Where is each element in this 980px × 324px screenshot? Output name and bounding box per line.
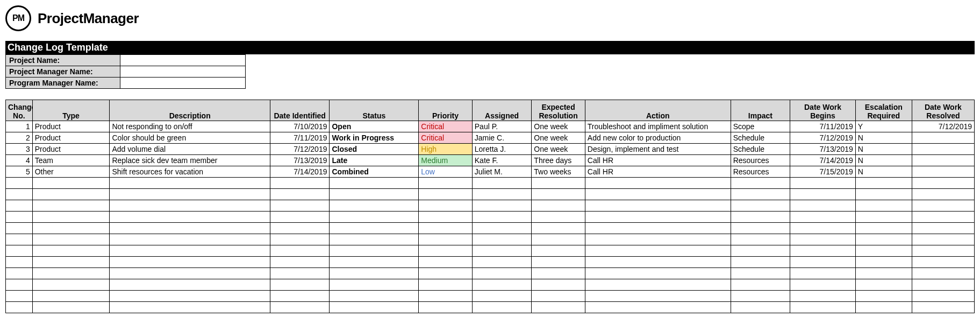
cell-empty[interactable]	[790, 279, 856, 291]
cell-empty[interactable]	[912, 212, 974, 223]
cell-date_work_resolved[interactable]	[912, 166, 974, 178]
cell-empty[interactable]	[731, 279, 790, 291]
cell-empty[interactable]	[6, 178, 33, 189]
cell-empty[interactable]	[912, 257, 974, 268]
cell-action[interactable]: Call HR	[585, 166, 731, 178]
cell-empty[interactable]	[32, 257, 110, 268]
cell-assigned[interactable]: Kate F.	[472, 155, 532, 166]
cell-empty[interactable]	[110, 178, 270, 189]
cell-empty[interactable]	[912, 268, 974, 279]
cell-type[interactable]: Product	[32, 132, 110, 144]
cell-status[interactable]: Open	[330, 121, 419, 132]
cell-impact[interactable]: Resources	[731, 155, 790, 166]
cell-empty[interactable]	[912, 279, 974, 291]
cell-empty[interactable]	[731, 268, 790, 279]
cell-empty[interactable]	[110, 257, 270, 268]
cell-empty[interactable]	[912, 291, 974, 302]
cell-empty[interactable]	[855, 200, 912, 212]
cell-empty[interactable]	[32, 245, 110, 257]
cell-status[interactable]: Combined	[330, 166, 419, 178]
cell-empty[interactable]	[330, 291, 419, 302]
cell-description[interactable]: Not responding to on/off	[110, 121, 270, 132]
cell-date_work_resolved[interactable]	[912, 144, 974, 155]
cell-empty[interactable]	[270, 279, 330, 291]
cell-empty[interactable]	[270, 245, 330, 257]
cell-status[interactable]: Work in Progress	[330, 132, 419, 144]
cell-description[interactable]: Color should be green	[110, 132, 270, 144]
cell-empty[interactable]	[32, 302, 110, 313]
cell-empty[interactable]	[270, 223, 330, 234]
cell-empty[interactable]	[472, 223, 532, 234]
cell-assigned[interactable]: Juliet M.	[472, 166, 532, 178]
cell-empty[interactable]	[855, 257, 912, 268]
cell-empty[interactable]	[731, 189, 790, 200]
cell-empty[interactable]	[32, 200, 110, 212]
cell-empty[interactable]	[419, 245, 472, 257]
cell-assigned[interactable]: Paul P.	[472, 121, 532, 132]
cell-empty[interactable]	[532, 212, 585, 223]
table-row-empty[interactable]	[6, 189, 975, 200]
table-row[interactable]: 1ProductNot responding to on/off7/10/201…	[6, 121, 975, 132]
cell-empty[interactable]	[32, 279, 110, 291]
cell-expected_resolution[interactable]: One week	[532, 132, 585, 144]
cell-empty[interactable]	[110, 291, 270, 302]
table-row-empty[interactable]	[6, 223, 975, 234]
table-row-empty[interactable]	[6, 279, 975, 291]
meta-value[interactable]	[120, 66, 246, 78]
cell-empty[interactable]	[855, 212, 912, 223]
cell-date_work_resolved[interactable]: 7/12/2019	[912, 121, 974, 132]
cell-escalation[interactable]: N	[855, 132, 912, 144]
cell-expected_resolution[interactable]: Two weeks	[532, 166, 585, 178]
cell-description[interactable]: Replace sick dev team member	[110, 155, 270, 166]
cell-empty[interactable]	[32, 291, 110, 302]
cell-empty[interactable]	[472, 245, 532, 257]
cell-empty[interactable]	[855, 279, 912, 291]
cell-empty[interactable]	[110, 212, 270, 223]
cell-no[interactable]: 1	[6, 121, 33, 132]
cell-date_work_begins[interactable]: 7/12/2019	[790, 132, 856, 144]
table-row-empty[interactable]	[6, 302, 975, 313]
cell-empty[interactable]	[790, 302, 856, 313]
cell-empty[interactable]	[585, 291, 731, 302]
cell-empty[interactable]	[731, 245, 790, 257]
table-row-empty[interactable]	[6, 212, 975, 223]
cell-empty[interactable]	[731, 223, 790, 234]
cell-date_work_resolved[interactable]	[912, 132, 974, 144]
cell-empty[interactable]	[731, 178, 790, 189]
cell-empty[interactable]	[731, 291, 790, 302]
cell-empty[interactable]	[32, 212, 110, 223]
cell-empty[interactable]	[472, 234, 532, 245]
cell-empty[interactable]	[419, 234, 472, 245]
cell-date_work_begins[interactable]: 7/14/2019	[790, 155, 856, 166]
cell-date_work_resolved[interactable]	[912, 155, 974, 166]
cell-empty[interactable]	[585, 212, 731, 223]
cell-empty[interactable]	[330, 178, 419, 189]
cell-action[interactable]: Add new color to production	[585, 132, 731, 144]
cell-description[interactable]: Shift resources for vacation	[110, 166, 270, 178]
cell-empty[interactable]	[32, 268, 110, 279]
cell-empty[interactable]	[110, 223, 270, 234]
table-row[interactable]: 2ProductColor should be green7/11/2019Wo…	[6, 132, 975, 144]
cell-empty[interactable]	[419, 279, 472, 291]
cell-empty[interactable]	[6, 189, 33, 200]
cell-empty[interactable]	[419, 257, 472, 268]
cell-date_identified[interactable]: 7/14/2019	[270, 166, 330, 178]
cell-empty[interactable]	[855, 245, 912, 257]
cell-empty[interactable]	[330, 234, 419, 245]
cell-empty[interactable]	[270, 200, 330, 212]
cell-empty[interactable]	[472, 257, 532, 268]
table-row[interactable]: 3ProductAdd volume dial7/12/2019ClosedHi…	[6, 144, 975, 155]
cell-empty[interactable]	[330, 257, 419, 268]
cell-empty[interactable]	[270, 234, 330, 245]
cell-empty[interactable]	[731, 200, 790, 212]
cell-empty[interactable]	[532, 302, 585, 313]
cell-date_identified[interactable]: 7/10/2019	[270, 121, 330, 132]
cell-empty[interactable]	[6, 291, 33, 302]
cell-empty[interactable]	[585, 302, 731, 313]
cell-empty[interactable]	[32, 223, 110, 234]
cell-empty[interactable]	[419, 268, 472, 279]
cell-empty[interactable]	[330, 223, 419, 234]
cell-empty[interactable]	[532, 268, 585, 279]
cell-empty[interactable]	[532, 189, 585, 200]
cell-empty[interactable]	[472, 189, 532, 200]
